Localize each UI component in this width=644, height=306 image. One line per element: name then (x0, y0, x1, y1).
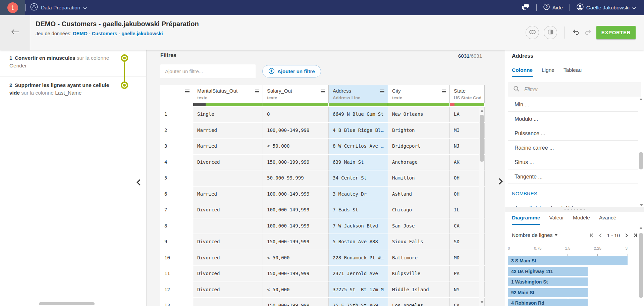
cell-address[interactable]: 6649 N Blue Gum St (329, 107, 388, 122)
cell-salary-out[interactable]: 100,000-149,999 (263, 123, 329, 138)
cell-city[interactable]: Chicago (388, 202, 450, 218)
cell-maritalstatus-out[interactable]: Married (193, 187, 263, 202)
cell-city[interactable]: New Orleans (388, 107, 450, 122)
quality-segment-empty[interactable] (193, 103, 206, 106)
cell-address[interactable]: 3 Mcauley Dr (329, 187, 388, 202)
cell-maritalstatus-out[interactable] (193, 218, 263, 234)
help-menu[interactable]: ? Aide (543, 4, 563, 11)
row-number-cell[interactable]: 5 (160, 170, 193, 186)
cell-address[interactable]: 8 W Cerritos Ave … (329, 139, 388, 154)
row-number-cell[interactable]: 10 (160, 250, 193, 266)
cell-salary-out[interactable]: 100,000-149,999 (263, 218, 329, 234)
row-number-cell[interactable]: 7 (160, 202, 193, 218)
chart-bar-4-robinson-rd[interactable]: 4 Robinson Rd (508, 299, 588, 306)
next-page-button[interactable] (624, 233, 629, 238)
cell-address[interactable]: 37275 St Rt 17m M (329, 282, 388, 298)
chart-bar-42-us-highway-111[interactable]: 42 Us Highway 111 (508, 267, 588, 276)
cell-maritalstatus-out[interactable]: Single (193, 107, 263, 122)
cell-maritalstatus-out[interactable]: Divorced (193, 250, 263, 266)
chart-scrollbar[interactable] (639, 227, 643, 305)
row-number-cell[interactable]: 1 (160, 107, 193, 122)
export-button[interactable]: EXPORTER (596, 26, 636, 39)
add-filter-button[interactable]: Ajouter un filtre (262, 65, 321, 78)
rows-count-dropdown[interactable]: Nombre de lignes (512, 232, 557, 238)
cell-city[interactable]: Ashland (388, 187, 450, 202)
expand-panel-chevron[interactable] (497, 179, 505, 187)
chart-bar-3-s-main-st[interactable]: 3 S Main St (508, 256, 628, 265)
scrollbar-thumb[interactable] (639, 152, 643, 169)
function-item-arrondir-la-valeur-inf-rieure[interactable]: Arrondir à la valeur inférieure (508, 201, 638, 207)
share-button[interactable] (526, 26, 539, 39)
cell-city[interactable]: Kulpsville (388, 266, 450, 282)
tab-mod-le[interactable]: Modèle (573, 215, 590, 225)
tab-tableau[interactable]: Tableau (564, 67, 582, 77)
function-item-tangente[interactable]: Tangente ... (508, 169, 638, 184)
collapse-steps-chevron[interactable] (138, 180, 145, 187)
quality-segment-valid[interactable] (388, 103, 449, 106)
back-button[interactable] (0, 15, 30, 50)
function-item-racine-carr-e[interactable]: Racine carrée ... (508, 141, 638, 155)
cell-address[interactable]: 7 Eads St (329, 202, 388, 218)
row-number-cell[interactable]: 4 (160, 155, 193, 170)
scroll-up-arrow[interactable] (639, 227, 643, 229)
cell-city[interactable]: Bridgeport (388, 139, 450, 154)
cell-maritalstatus-out[interactable]: Divorced (193, 234, 263, 250)
row-number-cell[interactable]: 6 (160, 187, 193, 202)
table-vertical-scrollbar[interactable] (479, 108, 484, 306)
cell-maritalstatus-out[interactable] (193, 298, 263, 306)
column-menu-icon[interactable] (255, 90, 259, 93)
scroll-down-arrow[interactable] (640, 204, 643, 206)
step-status-toggle[interactable] (121, 54, 128, 62)
cell-salary-out[interactable]: < 50,000 (263, 139, 329, 154)
app-switcher[interactable]: Data Preparation (30, 3, 87, 12)
scrollbar-thumb[interactable] (480, 115, 484, 162)
cell-address[interactable]: 228 Runamuck Pl #… (329, 250, 388, 266)
quality-segment-valid[interactable] (329, 103, 388, 106)
scrollbar-thumb[interactable] (639, 233, 643, 298)
cell-salary-out[interactable]: 100,000-149,999 (263, 202, 329, 218)
cell-city[interactable]: Sioux Falls (388, 234, 450, 250)
cell-maritalstatus-out[interactable]: Divorced (193, 282, 263, 298)
last-page-button[interactable] (632, 233, 638, 238)
tab-avanc[interactable]: Avancé (599, 215, 616, 225)
cell-city[interactable]: Hamilton (388, 170, 450, 186)
dataset-link[interactable]: DEMO - Customers - gaelle.jakubowski (73, 31, 163, 36)
cell-maritalstatus-out[interactable] (193, 170, 263, 186)
cell-salary-out[interactable]: 150,000-199,999 (263, 234, 329, 250)
cell-salary-out[interactable]: 150,000-199,999 (263, 155, 329, 170)
cell-salary-out[interactable]: 150,000-199,999 (263, 266, 329, 282)
column-header-address[interactable]: AddressAddress Line (329, 85, 388, 103)
cell-city[interactable]: Baltimore (388, 250, 450, 266)
chart-bar-92-main-st[interactable]: 92 Main St (508, 288, 588, 297)
row-number-cell[interactable]: 11 (160, 266, 193, 282)
cell-address[interactable]: 4 B Blue Ridge Bl… (329, 123, 388, 138)
cell-maritalstatus-out[interactable]: Divorced (193, 202, 263, 218)
cell-address[interactable]: 2371 Jerrold Ave (329, 266, 388, 282)
filter-search-input[interactable] (160, 64, 256, 78)
function-filter-input[interactable] (524, 87, 641, 93)
function-item-min[interactable]: Min ... (508, 97, 638, 112)
quality-segment-valid[interactable] (263, 103, 328, 106)
cell-address[interactable]: 5 Boston Ave #88 (329, 234, 388, 250)
cell-address[interactable]: 639 Main St (329, 155, 388, 170)
cell-maritalstatus-out[interactable]: Divorced (193, 155, 263, 170)
cell-maritalstatus-out[interactable]: Married (193, 139, 263, 154)
cell-address[interactable]: 7 W Jackson Blvd (329, 218, 388, 234)
column-header-salary-out[interactable]: Salary_Outtexte (263, 85, 329, 103)
user-menu[interactable]: Gaëlle Jakubowski (577, 3, 636, 12)
column-header-city[interactable]: Citytexte (388, 85, 450, 103)
row-number-cell[interactable]: 13 (160, 298, 193, 306)
redo-button[interactable] (584, 29, 592, 36)
cell-salary-out[interactable]: 0 (263, 107, 329, 122)
column-menu-icon[interactable] (442, 90, 446, 93)
undo-button[interactable] (572, 29, 580, 36)
quality-segment-valid[interactable] (206, 103, 263, 106)
column-menu-icon[interactable] (185, 90, 190, 93)
cell-city[interactable]: San Jose (388, 218, 450, 234)
chart-bar-1-washington-st[interactable]: 1 Washington St (508, 277, 588, 286)
tab-diagramme[interactable]: Diagramme (512, 215, 540, 225)
quality-segment-invalid[interactable] (450, 103, 454, 106)
cell-address[interactable]: 25 E 75th St #69 (329, 298, 388, 306)
cell-salary-out[interactable]: < 50,000 (263, 250, 329, 266)
cell-maritalstatus-out[interactable]: Married (193, 123, 263, 138)
